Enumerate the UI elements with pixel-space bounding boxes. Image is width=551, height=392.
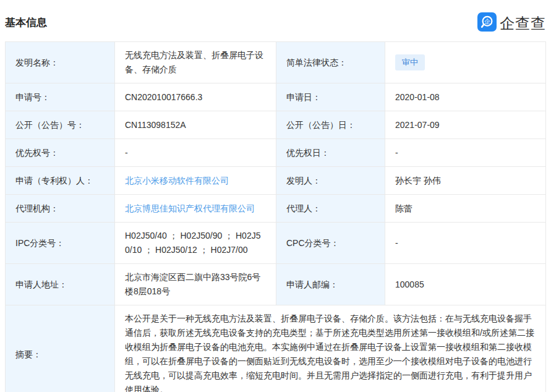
status-badge: 审中 <box>395 54 425 70</box>
applicant-label: 申请（专利权）人： <box>6 167 115 194</box>
abstract-text: 本公开是关于一种无线充电方法及装置、折叠屏电子设备、存储介质。该方法包括：在与无… <box>125 312 536 392</box>
page-header: 基本信息 企 企查查 <box>5 0 546 34</box>
applicant-address-label: 申请人地址： <box>6 264 115 305</box>
invention-name-value: 无线充电方法及装置、折叠屏电子设备、存储介质 <box>115 42 276 83</box>
agency-company-link[interactable]: 北京博思佳知识产权代理有限公司 <box>125 202 255 216</box>
qichacha-logo-icon: 企 <box>477 12 497 34</box>
priority-number-value: - <box>115 139 276 166</box>
table-row-abstract: 摘要： 本公开是关于一种无线充电方法及装置、折叠屏电子设备、存储介质。该方法包括… <box>6 305 545 392</box>
abstract-value: 本公开是关于一种无线充电方法及装置、折叠屏电子设备、存储介质。该方法包括：在与无… <box>115 305 545 392</box>
legal-status-label: 简单法律状态： <box>276 42 385 83</box>
applicant-value: 北京小米移动软件有限公司 <box>115 167 276 194</box>
svg-text:企: 企 <box>484 18 490 25</box>
publication-number-value: CN113098152A <box>115 111 276 138</box>
priority-date-value: - <box>385 139 545 166</box>
qichacha-logo-text: 企查查 <box>500 14 546 33</box>
table-row-priority-number: 优先权号： - 优先权日： - <box>6 139 545 167</box>
ipc-class-label: IPC分类号： <box>6 223 115 263</box>
application-number-value: CN202010017666.3 <box>115 83 276 111</box>
table-row-address: 申请人地址： 北京市海淀区西二旗中路33号院6号楼8层018号 申请人邮编： 1… <box>6 264 545 305</box>
cpc-class-value: - <box>385 223 545 263</box>
agency-value: 北京博思佳知识产权代理有限公司 <box>115 195 276 222</box>
publication-number-label: 公开（公告）号： <box>6 111 115 138</box>
applicant-address-value: 北京市海淀区西二旗中路33号院6号楼8层018号 <box>115 264 276 305</box>
table-row-applicant: 申请（专利权）人： 北京小米移动软件有限公司 发明人： 孙长宇 孙伟 <box>6 167 545 195</box>
table-row-ipc: IPC分类号： H02J50/40 ； H02J50/90 ； H02J50/1… <box>6 223 545 264</box>
publication-date-label: 公开（公告）日： <box>276 111 385 138</box>
qichacha-logo[interactable]: 企 企查查 <box>477 12 546 34</box>
applicant-company-link[interactable]: 北京小米移动软件有限公司 <box>125 174 229 188</box>
application-number-label: 申请号： <box>6 83 115 111</box>
table-row-invention-name: 发明名称： 无线充电方法及装置、折叠屏电子设备、存储介质 简单法律状态： 审中 <box>6 42 545 83</box>
abstract-label: 摘要： <box>6 305 115 392</box>
basic-info-table: 发明名称： 无线充电方法及装置、折叠屏电子设备、存储介质 简单法律状态： 审中 … <box>5 41 546 392</box>
inventor-label: 发明人： <box>276 167 385 194</box>
patent-basic-info-page: 基本信息 企 企查查 发明名称： 无线充电方法及装置、折叠屏电子设备、存储介质 … <box>0 0 551 392</box>
priority-number-label: 优先权号： <box>6 139 115 166</box>
applicant-zipcode-label: 申请人邮编： <box>276 264 385 305</box>
priority-date-label: 优先权日： <box>276 139 385 166</box>
legal-status-value: 审中 <box>385 42 545 83</box>
agent-value: 陈蕾 <box>385 195 545 222</box>
page-title: 基本信息 <box>5 16 47 30</box>
ipc-class-value: H02J50/40 ； H02J50/90 ； H02J50/10 ； H02J… <box>115 223 276 263</box>
application-date-label: 申请日： <box>276 83 385 111</box>
invention-name-label: 发明名称： <box>6 42 115 83</box>
table-row-publication-number: 公开（公告）号： CN113098152A 公开（公告）日： 2021-07-0… <box>6 111 545 139</box>
application-date-value: 2020-01-08 <box>385 83 545 111</box>
inventor-value: 孙长宇 孙伟 <box>385 167 545 194</box>
cpc-class-label: CPC分类号： <box>276 223 385 263</box>
applicant-zipcode-value: 100085 <box>385 264 545 305</box>
agency-label: 代理机构： <box>6 195 115 222</box>
table-row-application-number: 申请号： CN202010017666.3 申请日： 2020-01-08 <box>6 83 545 111</box>
publication-date-value: 2021-07-09 <box>385 111 545 138</box>
table-row-agency: 代理机构： 北京博思佳知识产权代理有限公司 代理人： 陈蕾 <box>6 195 545 223</box>
agent-label: 代理人： <box>276 195 385 222</box>
